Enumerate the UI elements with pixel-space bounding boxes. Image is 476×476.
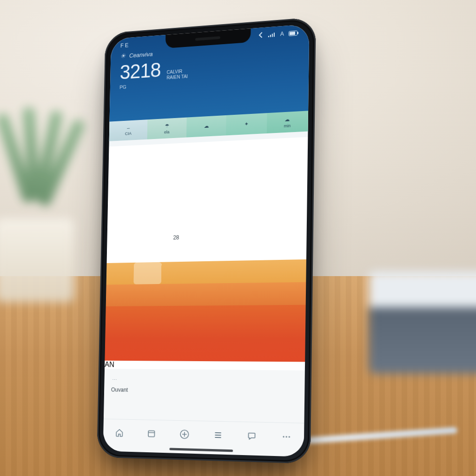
hero-sub-2: RAIEN TAI [166, 74, 188, 81]
grid-cell[interactable] [248, 181, 278, 204]
grid-cell[interactable] [219, 204, 248, 226]
grid-cell[interactable] [135, 165, 163, 186]
grid-cell[interactable] [135, 206, 163, 228]
band-amber[interactable] [106, 259, 306, 285]
hero-chip[interactable]: ☁ min [267, 111, 309, 133]
chat-icon[interactable] [245, 429, 258, 443]
svg-rect-2 [272, 33, 273, 37]
plant-prop [0, 107, 102, 302]
grid-cell[interactable] [249, 139, 278, 161]
add-icon[interactable] [178, 428, 191, 441]
location-label: Ceanviva [129, 50, 153, 59]
phone-screen: F E A [103, 24, 310, 457]
calendar-icon[interactable] [145, 427, 158, 440]
grid-cell[interactable] [219, 161, 249, 184]
svg-point-9 [283, 436, 284, 437]
grid-cell[interactable] [136, 144, 164, 166]
menu-icon[interactable] [280, 430, 293, 443]
grid-cell[interactable] [278, 159, 307, 181]
grid-cell[interactable] [107, 207, 135, 229]
svg-rect-6 [298, 32, 298, 34]
grid-cell[interactable] [190, 226, 219, 248]
panel-glyph-icon: ⋯ [112, 377, 117, 383]
grid-cell[interactable] [218, 225, 248, 247]
svg-rect-0 [268, 36, 269, 37]
svg-rect-5 [290, 31, 295, 35]
grid-cell[interactable] [277, 224, 307, 246]
status-left: F E [120, 42, 129, 49]
calendar-grid[interactable]: 28 [107, 137, 308, 250]
grid-cell[interactable] [219, 182, 249, 205]
grid-cell[interactable] [192, 141, 220, 164]
grid-cell[interactable] [134, 227, 162, 249]
hero-chip[interactable]: ✦ [226, 113, 267, 135]
grid-cell[interactable] [191, 205, 219, 226]
grid-cell[interactable] [191, 162, 220, 185]
grid-cell[interactable] [163, 164, 192, 185]
svg-rect-3 [274, 33, 275, 37]
band-orange[interactable] [106, 282, 306, 306]
svg-rect-1 [270, 35, 271, 37]
hero-chip[interactable]: – CIA [109, 119, 148, 141]
hero-reading: 3218 [119, 59, 161, 84]
phone-frame: F E A [97, 17, 316, 464]
grid-cell[interactable] [135, 185, 163, 207]
grid-cell[interactable] [108, 166, 136, 188]
hero-chip[interactable]: ☁ [186, 115, 226, 138]
list-icon[interactable] [212, 429, 225, 442]
grid-cell[interactable]: 28 [162, 227, 190, 249]
grid-cell[interactable] [109, 145, 136, 167]
svg-point-11 [289, 436, 290, 437]
grid-cell[interactable] [108, 187, 136, 209]
status-label: A [280, 31, 284, 38]
grid-cell[interactable] [164, 143, 192, 165]
scene: F E A [0, 0, 476, 476]
grid-cell[interactable] [163, 185, 191, 206]
grid-cell[interactable] [248, 160, 278, 183]
grid-cell[interactable] [220, 140, 249, 162]
grid-cell[interactable] [278, 180, 307, 203]
signal-icon [268, 32, 276, 37]
svg-point-10 [286, 436, 287, 437]
home-icon[interactable] [113, 426, 126, 439]
battery-icon [289, 30, 299, 36]
weather-glyph-icon: ☀ [120, 52, 126, 60]
grid-cell[interactable] [247, 225, 277, 247]
grid-cell[interactable] [162, 205, 191, 227]
svg-rect-7 [148, 430, 155, 436]
chevron-left-icon[interactable] [258, 32, 264, 38]
grid-cell[interactable] [277, 202, 307, 224]
band-red[interactable] [105, 305, 305, 362]
band-tag[interactable]: AN [105, 361, 305, 370]
grid-cell[interactable] [248, 203, 278, 225]
notebook-prop [369, 271, 476, 374]
grid-cell[interactable] [191, 184, 219, 206]
grid-cell[interactable] [278, 137, 308, 160]
grid-cell[interactable] [107, 228, 135, 250]
hero-chip[interactable]: ☂ ela [147, 118, 187, 139]
bottom-toolbar [103, 419, 304, 451]
